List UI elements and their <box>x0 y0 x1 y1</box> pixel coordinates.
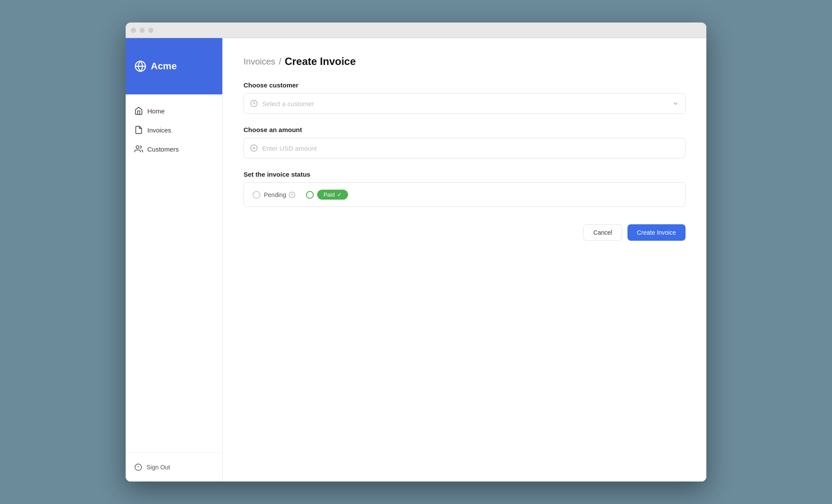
sidebar-item-home-label: Home <box>147 107 165 115</box>
amount-field[interactable] <box>244 138 686 158</box>
customer-field[interactable] <box>244 93 686 114</box>
sidebar-footer: Sign Out <box>126 452 222 481</box>
customer-field-icon <box>250 100 258 107</box>
main-content: Invoices / Create Invoice Choose custome… <box>223 38 706 481</box>
dropdown-arrow-icon <box>672 100 679 107</box>
form-actions: Cancel Create Invoice <box>244 224 686 241</box>
sidebar-nav: Home Invoices <box>126 94 222 452</box>
titlebar <box>126 23 706 38</box>
app-container: Acme Home Invoices <box>126 38 706 481</box>
sidebar-item-customers-label: Customers <box>147 145 179 153</box>
breadcrumb-parent[interactable]: Invoices <box>244 57 275 67</box>
status-option-paid[interactable]: Paid ✓ <box>306 190 348 200</box>
amount-label: Choose an amount <box>244 126 686 133</box>
svg-point-2 <box>136 146 139 149</box>
amount-input[interactable] <box>262 145 679 152</box>
globe-icon <box>134 60 146 72</box>
paid-check-icon: ✓ <box>337 191 342 198</box>
cancel-button[interactable]: Cancel <box>583 224 622 241</box>
customer-input[interactable] <box>262 100 672 107</box>
status-option-pending[interactable]: Pending <box>253 191 296 199</box>
status-field: Pending Paid ✓ <box>244 182 686 207</box>
titlebar-dot-2 <box>140 28 145 33</box>
sidebar-item-home[interactable]: Home <box>126 101 222 120</box>
status-paid-label: Paid ✓ <box>317 190 348 200</box>
sidebar: Acme Home Invoices <box>126 38 223 481</box>
breadcrumb: Invoices / Create Invoice <box>244 55 686 68</box>
status-pending-label: Pending <box>264 191 296 198</box>
amount-field-icon <box>250 144 258 152</box>
sign-out-label: Sign Out <box>146 464 170 471</box>
sidebar-logo: Acme <box>126 38 222 94</box>
app-window: Acme Home Invoices <box>126 23 706 481</box>
create-invoice-button[interactable]: Create Invoice <box>627 224 686 241</box>
customers-icon <box>134 145 143 153</box>
radio-pending[interactable] <box>253 191 260 199</box>
status-section: Set the invoice status Pending <box>244 171 686 207</box>
sign-out-icon <box>134 463 142 471</box>
amount-section: Choose an amount <box>244 126 686 158</box>
pending-clock-icon <box>289 191 296 198</box>
sign-out-button[interactable]: Sign Out <box>134 460 214 475</box>
sidebar-item-invoices-label: Invoices <box>147 126 171 134</box>
status-label: Set the invoice status <box>244 171 686 178</box>
sidebar-item-invoices[interactable]: Invoices <box>126 120 222 139</box>
titlebar-dot-1 <box>131 28 136 33</box>
customer-label: Choose customer <box>244 81 686 89</box>
breadcrumb-current: Create Invoice <box>285 55 356 68</box>
breadcrumb-separator: / <box>279 57 281 67</box>
titlebar-dot-3 <box>148 28 153 33</box>
customer-section: Choose customer <box>244 81 686 114</box>
home-icon <box>134 107 143 115</box>
sidebar-item-customers[interactable]: Customers <box>126 139 222 158</box>
radio-paid[interactable] <box>306 191 314 199</box>
company-name: Acme <box>151 61 177 72</box>
invoices-icon <box>134 126 143 134</box>
paid-badge: Paid ✓ <box>317 190 348 200</box>
